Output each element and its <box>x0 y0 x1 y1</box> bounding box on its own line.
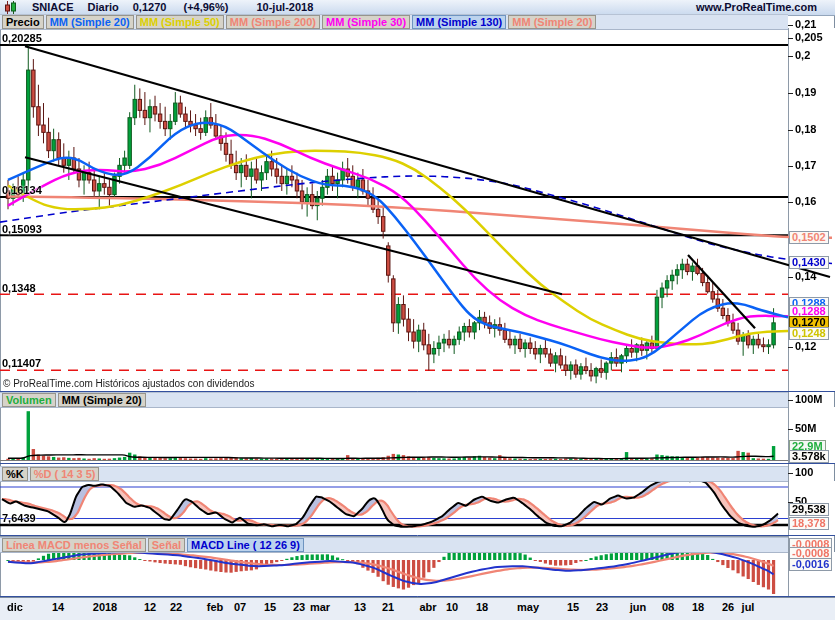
left-axis-label: 0,15093 <box>2 223 42 235</box>
attribution-text: © ProRealTime.com Históricos ajustados c… <box>3 378 255 389</box>
legend-chip-stoch-0[interactable]: %K <box>2 467 28 481</box>
legend-chip-volume-1[interactable]: MM (Simple 20) <box>58 393 146 407</box>
volume-legend-row: VolumenMM (Simple 20) <box>0 392 788 408</box>
date-label: 10-jul-2018 <box>256 1 313 13</box>
right-axis-tick-label: 50M <box>795 422 816 434</box>
right-axis-value-box: 0,1248 <box>789 327 829 340</box>
legend-chip-price-1[interactable]: MM (Simple 20) <box>46 15 134 29</box>
time-axis-label: 14 <box>52 601 64 613</box>
right-axis-tick-label: 0,2 <box>795 49 810 61</box>
candlestick-icon <box>4 1 18 14</box>
right-axis-tick-label: 100M <box>795 393 823 405</box>
time-axis-label: 26 <box>722 601 734 613</box>
time-axis-label: 22 <box>170 601 182 613</box>
legend-chip-price-4[interactable]: MM (Simple 30) <box>322 15 410 29</box>
time-axis-label: jul <box>742 601 755 613</box>
time-axis-label: 21 <box>382 601 394 613</box>
legend-chip-stoch-1[interactable]: %D ( 14 3 5) <box>30 467 100 481</box>
legend-chip-macd-1[interactable]: Señal <box>148 538 185 552</box>
time-axis-label: may <box>517 601 539 613</box>
legend-chip-price-3[interactable]: MM (Simple 200) <box>226 15 320 29</box>
time-axis-label: jun <box>630 601 647 613</box>
right-axis-value-box: 29,538 <box>789 503 829 516</box>
time-axis-label: 15 <box>264 601 276 613</box>
left-axis-label: 7,6439 <box>2 512 36 524</box>
right-axis-tick-label: 0,19 <box>795 86 816 98</box>
left-axis-label: 0,16134 <box>2 184 42 196</box>
right-axis-value-box: 0,1502 <box>789 231 829 244</box>
right-axis-tick-label: 0,16 <box>795 195 816 207</box>
legend-chip-macd-2[interactable]: MACD Line ( 12 26 9) <box>187 538 304 552</box>
time-axis-label: 07 <box>234 601 246 613</box>
time-axis-label: 13 <box>354 601 366 613</box>
legend-chip-price-0[interactable]: Precio <box>2 15 44 29</box>
time-axis-label: 12 <box>144 601 156 613</box>
right-axis-tick-label: 0,18 <box>795 123 816 135</box>
time-axis-label: feb <box>207 601 224 613</box>
time-axis-label: abr <box>419 601 436 613</box>
right-axis-tick-label: 0,21 <box>795 18 816 30</box>
symbol-label: SNIACE <box>32 1 74 13</box>
time-axis[interactable] <box>0 597 835 620</box>
time-axis-label: dic <box>7 601 23 613</box>
right-axis-tick-label: 0,17 <box>795 159 816 171</box>
legend-chip-macd-0[interactable]: Línea MACD menos Señal <box>2 538 146 552</box>
time-axis-label: 23 <box>293 601 305 613</box>
time-axis-label: 08 <box>662 601 674 613</box>
price-legend-row: PrecioMM (Simple 20)MM (Simple 50)MM (Si… <box>0 14 788 30</box>
timeframe-label: Diario <box>88 1 119 13</box>
chart-canvas[interactable] <box>0 0 835 620</box>
legend-chip-price-5[interactable]: MM (Simple 130) <box>412 15 506 29</box>
right-axis-tick-label: 0,14 <box>795 270 816 282</box>
time-axis-label: 15 <box>567 601 579 613</box>
right-axis-value-box: 18,378 <box>789 517 829 530</box>
prorealtime-url: www.ProRealTime.com <box>696 0 817 15</box>
left-axis-label: 0,1348 <box>2 282 36 294</box>
right-axis-tick-label: 0,205 <box>795 31 823 43</box>
last-price-label: 0,1270 (+4,96%) <box>133 1 243 13</box>
time-axis-label: 2018 <box>93 601 117 613</box>
time-axis-label: mar <box>310 601 330 613</box>
stochastic-legend-row: %K%D ( 14 3 5) <box>0 466 788 482</box>
right-axis-value-box: 0,1430 <box>789 256 829 269</box>
right-axis-tick-label: 0,12 <box>795 340 816 352</box>
time-axis-label: 23 <box>596 601 608 613</box>
left-axis-label: 0,20285 <box>2 32 42 44</box>
right-axis-value-box: -0,0016 <box>789 558 832 571</box>
legend-chip-volume-0[interactable]: Volumen <box>2 393 56 407</box>
time-axis-label: 18 <box>476 601 488 613</box>
legend-chip-price-2[interactable]: MM (Simple 50) <box>136 15 224 29</box>
macd-legend-row: Línea MACD menos SeñalSeñalMACD Line ( 1… <box>0 537 788 553</box>
time-axis-label: 18 <box>692 601 704 613</box>
time-axis-label: 10 <box>446 601 458 613</box>
prorealtime-chart-window: SNIACEDiario0,1270 (+4,96%)10-jul-2018 w… <box>0 0 835 620</box>
legend-chip-price-6[interactable]: MM (Simple 20) <box>508 15 596 29</box>
left-axis-label: 0,11407 <box>2 357 41 369</box>
right-axis-value-box: 3.578k <box>789 450 829 463</box>
right-axis-tick-label: 100 <box>795 466 813 478</box>
